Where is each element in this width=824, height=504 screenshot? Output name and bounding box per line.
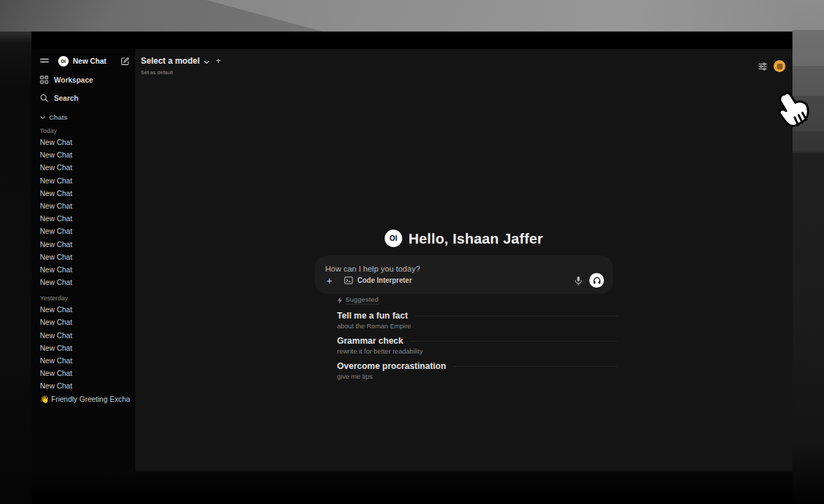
suggested-prompts: Suggested Tell me a fun factabout the Ro…: [337, 295, 617, 380]
suggested-prompt-subtitle: give me tips: [337, 372, 617, 380]
divider: [411, 341, 617, 342]
suggested-label: Suggested: [345, 295, 378, 304]
divider: [415, 316, 617, 316]
chat-list: TodayNew ChatNew ChatNew ChatNew ChatNew…: [40, 127, 130, 405]
model-selector[interactable]: Select a model +: [141, 55, 221, 66]
greeting-logo: OI: [385, 230, 402, 247]
chat-group-label: Today: [40, 127, 130, 134]
suggested-prompt-subtitle: rewrite it for better readability: [337, 347, 617, 355]
suggested-prompt[interactable]: Tell me a fun factabout the Roman Empire: [337, 311, 617, 330]
divider: [453, 366, 617, 367]
chat-list-item[interactable]: New Chat: [40, 316, 130, 328]
terminal-icon: [344, 276, 353, 284]
chat-list-item[interactable]: New Chat: [40, 342, 130, 354]
chat-group-label: Yesterday: [40, 295, 130, 302]
chat-list-item[interactable]: New Chat: [40, 174, 130, 187]
chat-list-item[interactable]: New Chat: [40, 136, 130, 148]
suggested-prompt-title: Tell me a fun fact: [337, 311, 408, 321]
sidebar-item-label: Search: [54, 94, 78, 102]
suggested-prompt[interactable]: Grammar checkrewrite it for better reada…: [337, 336, 617, 355]
chat-list-item[interactable]: New Chat: [40, 225, 130, 237]
user-avatar[interactable]: [774, 60, 785, 72]
chat-list-item[interactable]: New Chat: [40, 329, 130, 342]
new-chat-icon[interactable]: [121, 57, 130, 66]
sidebar-chats-section[interactable]: Chats: [40, 113, 130, 121]
headphones-button[interactable]: [589, 273, 604, 288]
app-logo: OI: [58, 56, 69, 66]
attach-button[interactable]: +: [324, 275, 335, 286]
greeting: OI Hello, Ishaan Jaffer: [135, 230, 792, 247]
sidebar: OI New Chat Workspace: [32, 49, 135, 471]
controls-sliders-icon[interactable]: [758, 62, 767, 71]
greeting-text: Hello, Ishaan Jaffer: [408, 230, 543, 247]
suggested-prompt-subtitle: about the Roman Empire: [337, 322, 617, 330]
desktop-background-right: [792, 0, 824, 504]
sidebar-toggle-icon[interactable]: [40, 57, 49, 64]
app-window: OI New Chat Workspace: [32, 31, 792, 471]
chat-list-item[interactable]: New Chat: [40, 212, 130, 225]
main-area: Select a model + Set as default: [135, 49, 792, 471]
chat-list-item[interactable]: New Chat: [40, 187, 130, 200]
desktop-background-left: [0, 31, 32, 504]
workspace-icon: [40, 76, 48, 84]
search-icon: [40, 94, 48, 102]
sidebar-item-workspace[interactable]: Workspace: [40, 74, 130, 85]
chat-list-item[interactable]: New Chat: [40, 379, 130, 392]
chat-list-item[interactable]: New Chat: [40, 263, 130, 276]
screen: OI New Chat Workspace: [0, 0, 824, 504]
chat-list-item[interactable]: New Chat: [40, 238, 130, 251]
chevron-down-icon: [40, 115, 46, 120]
chat-list-item[interactable]: New Chat: [40, 251, 130, 263]
chat-list-item[interactable]: New Chat: [40, 303, 130, 316]
suggested-prompt-title: Grammar check: [337, 336, 404, 346]
code-interpreter-button[interactable]: Code Interpreter: [344, 276, 412, 284]
chat-list-item[interactable]: 👋 Friendly Greeting Exchange: [40, 393, 130, 405]
desktop-background-bottom: [32, 471, 792, 504]
sidebar-item-search[interactable]: Search: [40, 92, 130, 104]
chat-list-item[interactable]: New Chat: [40, 148, 130, 161]
set-default-link[interactable]: Set as default: [141, 70, 221, 76]
sidebar-item-label: Workspace: [54, 76, 93, 84]
avatar-image: [777, 64, 783, 69]
chat-list-item[interactable]: New Chat: [40, 276, 130, 288]
suggested-prompt-title: Overcome procrastination: [337, 361, 446, 371]
mic-icon[interactable]: [575, 276, 582, 286]
message-composer[interactable]: How can I help you today? + Code Interpr…: [315, 256, 612, 293]
chat-list-item[interactable]: New Chat: [40, 367, 130, 379]
chat-list-item[interactable]: New Chat: [40, 354, 130, 367]
chat-list-item[interactable]: New Chat: [40, 200, 130, 212]
add-model-button[interactable]: +: [216, 57, 221, 65]
bolt-icon: [337, 297, 343, 304]
suggested-prompt[interactable]: Overcome procrastinationgive me tips: [337, 361, 617, 380]
window-titlebar: [32, 31, 792, 49]
model-chevron-icon: [204, 55, 210, 66]
chat-list-item[interactable]: New Chat: [40, 161, 130, 174]
headphones-icon: [593, 276, 601, 284]
sidebar-brand-title: New Chat: [73, 57, 121, 65]
message-input[interactable]: How can I help you today?: [315, 256, 612, 273]
